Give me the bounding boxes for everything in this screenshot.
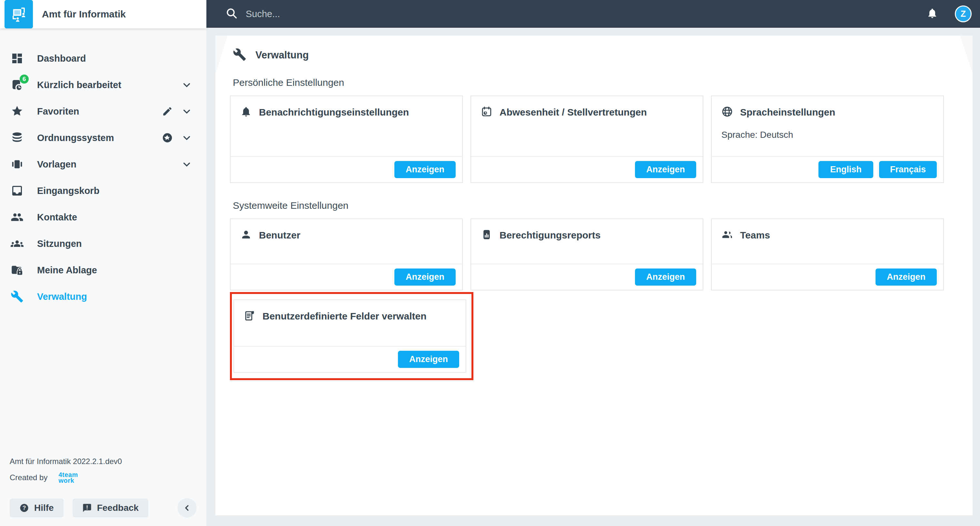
main-area: Verwaltung Persönliche Einstellungen Ben… — [206, 28, 980, 526]
card-title: Benachrichtigungseinstellungen — [259, 107, 409, 118]
contacts-people-icon — [11, 211, 24, 224]
card-title: Benutzerdefinierte Felder verwalten — [262, 311, 426, 322]
sidebar-item-kuerzlich-bearbeitet[interactable]: 6 Kürzlich bearbeitet — [0, 72, 206, 98]
sidebar-item-label: Ordnungssystem — [37, 132, 162, 143]
sidebar-item-label: Sitzungen — [37, 239, 192, 249]
feedback-bubble-icon — [82, 503, 92, 513]
card-row-personal: Benachrichtigungseinstellungen Anzeigen — [230, 96, 973, 183]
calendar-clock-icon — [481, 106, 492, 119]
app-version: Amt für Informatik 2022.2.1.dev0 — [10, 457, 197, 466]
meetings-group-icon — [11, 237, 24, 250]
notifications-bell-icon[interactable] — [926, 8, 938, 20]
teams-people-icon — [721, 229, 733, 242]
sidebar-item-label: Favoriten — [37, 106, 162, 117]
help-label: Hilfe — [34, 503, 54, 513]
help-button[interactable]: ? Hilfe — [10, 499, 64, 517]
sidebar-nav: Dashboard 6 Kürzlich bearbeitet — [0, 29, 206, 310]
card-title: Abwesenheit / Stellvertretungen — [500, 107, 647, 118]
recent-document-clock-icon: 6 — [11, 78, 24, 91]
custom-fields-form-icon — [244, 310, 255, 323]
sidebar-item-label: Eingangskorb — [37, 186, 192, 196]
sidebar: Amt für Informatik Dashboard 6 K — [0, 0, 206, 526]
dashboard-grid-icon — [11, 52, 24, 65]
highlight-annotation-box: Benutzerdefinierte Felder verwalten Anze… — [230, 292, 473, 380]
card-benutzerdefinierte-felder: Benutzerdefinierte Felder verwalten Anze… — [234, 300, 466, 373]
search-icon — [225, 7, 238, 21]
globe-icon — [721, 106, 733, 119]
anzeigen-button[interactable]: Anzeigen — [635, 161, 696, 178]
card-title: Teams — [740, 230, 770, 241]
anzeigen-button[interactable]: Anzeigen — [635, 268, 696, 285]
sidebar-item-eingangskorb[interactable]: Eingangskorb — [0, 177, 206, 204]
chevron-down-icon[interactable] — [181, 80, 192, 90]
chevron-left-icon — [183, 504, 192, 512]
section-heading-systemweite: Systemweite Einstellungen — [233, 200, 973, 211]
4teamwork-logo[interactable]: 4team work — [58, 472, 78, 483]
sidebar-item-vorlagen[interactable]: Vorlagen — [0, 151, 206, 177]
report-chart-icon — [481, 229, 492, 242]
sidebar-item-kontakte[interactable]: Kontakte — [0, 204, 206, 230]
sidebar-item-favoriten[interactable]: Favoriten — [0, 98, 206, 124]
edit-pencil-icon[interactable] — [162, 106, 173, 117]
top-bar: Z — [206, 0, 980, 28]
sidebar-item-sitzungen[interactable]: Sitzungen — [0, 230, 206, 257]
page-header: Verwaltung — [233, 48, 973, 62]
card-row-system: Benutzer Anzeigen — [230, 218, 973, 290]
sidebar-item-verwaltung[interactable]: Verwaltung — [0, 283, 206, 310]
sidebar-footer: Amt für Informatik 2022.2.1.dev0 Created… — [10, 457, 197, 518]
wrench-icon — [11, 290, 24, 303]
app-logo-icon[interactable] — [5, 0, 33, 29]
bell-icon — [240, 106, 252, 119]
app-title: Amt für Informatik — [42, 9, 126, 20]
language-current-label: Sprache: Deutsch — [721, 130, 934, 140]
card-teams: Teams Anzeigen — [711, 218, 944, 290]
card-benachrichtigungseinstellungen: Benachrichtigungseinstellungen Anzeigen — [230, 96, 463, 183]
chevron-down-icon[interactable] — [181, 106, 192, 117]
app-window: Z Amt für Informatik — [0, 0, 980, 526]
card-berechtigungsreports: Berechtigungsreports Anzeigen — [471, 218, 703, 290]
anzeigen-button[interactable]: Anzeigen — [398, 351, 459, 368]
templates-carousel-icon — [11, 158, 24, 171]
created-by-label: Created by — [10, 473, 48, 482]
content-panel: Verwaltung Persönliche Einstellungen Ben… — [215, 35, 973, 515]
card-title: Benutzer — [259, 230, 300, 241]
section-heading-persoenliche: Persönliche Einstellungen — [233, 77, 973, 88]
global-search[interactable] — [225, 7, 926, 21]
sidebar-item-label: Vorlagen — [37, 159, 181, 170]
wrench-icon — [233, 48, 247, 62]
feedback-button[interactable]: Feedback — [73, 499, 148, 517]
sidebar-item-label: Kontakte — [37, 212, 192, 223]
recent-count-badge: 6 — [20, 75, 29, 84]
sidebar-item-label: Dashboard — [37, 53, 192, 64]
english-button[interactable]: English — [818, 161, 873, 178]
search-input[interactable] — [246, 9, 536, 19]
chevron-down-icon[interactable] — [181, 159, 192, 170]
svg-text:?: ? — [22, 505, 26, 511]
card-title: Spracheinstellungen — [740, 107, 835, 118]
card-abwesenheit-stellvertretungen: Abwesenheit / Stellvertretungen Anzeigen — [471, 96, 703, 183]
app-header: Amt für Informatik — [0, 0, 206, 29]
user-avatar[interactable]: Z — [955, 5, 972, 22]
sidebar-item-ordnungssystem[interactable]: Ordnungssystem — [0, 124, 206, 151]
francais-button[interactable]: Français — [879, 161, 937, 178]
page-title: Verwaltung — [255, 49, 309, 61]
sidebar-item-dashboard[interactable]: Dashboard — [0, 45, 206, 72]
anzeigen-button[interactable]: Anzeigen — [395, 268, 456, 285]
sidebar-collapse-button[interactable] — [177, 498, 197, 518]
folder-lock-icon — [11, 264, 24, 277]
anzeigen-button[interactable]: Anzeigen — [875, 268, 937, 285]
user-icon — [240, 229, 252, 242]
feedback-label: Feedback — [97, 503, 138, 513]
sidebar-item-label: Kürzlich bearbeitet — [37, 80, 181, 90]
star-icon — [11, 105, 24, 118]
card-title: Berechtigungsreports — [500, 230, 600, 241]
card-benutzer: Benutzer Anzeigen — [230, 218, 463, 290]
sidebar-item-label: Meine Ablage — [37, 265, 192, 276]
chevron-down-icon[interactable] — [181, 132, 192, 143]
sidebar-item-meine-ablage[interactable]: Meine Ablage — [0, 257, 206, 283]
star-circle-icon[interactable] — [162, 132, 173, 143]
anzeigen-button[interactable]: Anzeigen — [395, 161, 456, 178]
inbox-icon — [11, 184, 24, 197]
database-icon — [11, 131, 24, 144]
card-spracheinstellungen: Spracheinstellungen Sprache: Deutsch Eng… — [711, 96, 944, 183]
